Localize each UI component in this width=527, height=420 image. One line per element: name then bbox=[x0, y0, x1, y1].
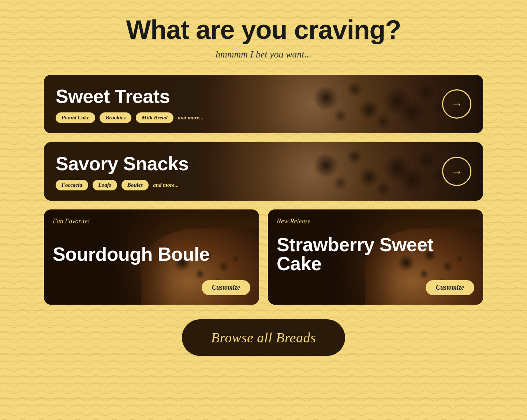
strawberry-title: Strawberry Sweet Cake bbox=[277, 228, 474, 280]
strawberry-badge: New Release bbox=[277, 218, 474, 225]
sourdough-title: Sourdough Boule bbox=[53, 228, 250, 280]
strawberry-content: New Release Strawberry Sweet Cake Custom… bbox=[268, 209, 483, 305]
arrow-right-icon: → bbox=[451, 98, 463, 110]
sweet-treats-tags: Pound Cake Brookies Milk Bread and more.… bbox=[56, 112, 430, 123]
sweet-treats-title: Sweet Treats bbox=[56, 85, 430, 107]
sweet-treats-content: Sweet Treats Pound Cake Brookies Milk Br… bbox=[44, 77, 442, 132]
savory-snacks-tags: Foccacia Loafs Boules and more... bbox=[56, 180, 430, 190]
sourdough-badge: Fan Favorite! bbox=[53, 218, 250, 225]
page-title: What are you craving? bbox=[126, 15, 401, 45]
arrow-right-icon-savory: → bbox=[451, 166, 463, 177]
strawberry-customize-button[interactable]: Customize bbox=[426, 280, 474, 295]
savory-snacks-arrow-button[interactable]: → bbox=[442, 157, 471, 186]
sourdough-boule-card[interactable]: Fan Favorite! Sourdough Boule Customize bbox=[44, 209, 259, 305]
page-subtitle: hmmmm I bet you want... bbox=[216, 49, 311, 60]
featured-cards-row: Fan Favorite! Sourdough Boule Customize … bbox=[44, 209, 483, 305]
tag-more-savory: and more... bbox=[153, 182, 179, 188]
tag-brookies[interactable]: Brookies bbox=[100, 112, 131, 123]
savory-snacks-title: Savory Snacks bbox=[56, 153, 430, 175]
tag-loafs[interactable]: Loafs bbox=[93, 180, 117, 190]
savory-snacks-card[interactable]: Savory Snacks Foccacia Loafs Boules and … bbox=[44, 142, 483, 201]
tag-boules[interactable]: Boules bbox=[122, 180, 149, 190]
tag-milk-bread[interactable]: Milk Bread bbox=[136, 112, 173, 123]
sweet-treats-card[interactable]: Sweet Treats Pound Cake Brookies Milk Br… bbox=[44, 75, 483, 133]
tag-more-sweet: and more... bbox=[178, 115, 203, 121]
strawberry-sweet-cake-card[interactable]: New Release Strawberry Sweet Cake Custom… bbox=[268, 209, 483, 305]
sourdough-content: Fan Favorite! Sourdough Boule Customize bbox=[44, 209, 259, 305]
savory-snacks-content: Savory Snacks Foccacia Loafs Boules and … bbox=[44, 144, 442, 199]
tag-pound-cake[interactable]: Pound Cake bbox=[56, 112, 95, 123]
tag-foccacia[interactable]: Foccacia bbox=[56, 180, 88, 190]
sweet-treats-arrow-button[interactable]: → bbox=[442, 89, 471, 119]
sourdough-customize-button[interactable]: Customize bbox=[202, 280, 250, 295]
browse-all-breads-button[interactable]: Browse all Breads bbox=[182, 319, 345, 356]
